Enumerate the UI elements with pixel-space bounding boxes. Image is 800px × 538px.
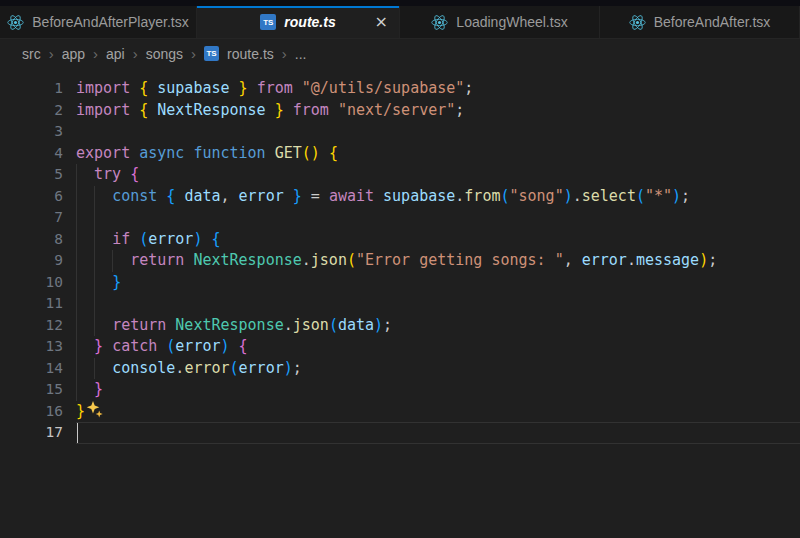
- code-line-content[interactable]: return NextResponse.json("Error getting …: [76, 250, 800, 272]
- breadcrumb-item-src[interactable]: src: [22, 46, 41, 62]
- breadcrumb-item-file[interactable]: route.ts: [227, 46, 274, 62]
- token: [130, 230, 139, 248]
- line-number: 17: [0, 422, 63, 444]
- code-line-5[interactable]: 5 try {: [0, 164, 800, 186]
- code-line-content[interactable]: }: [76, 272, 800, 294]
- indent-guide: [76, 358, 77, 380]
- token: [76, 380, 94, 398]
- token: .: [284, 316, 293, 334]
- code-line-2[interactable]: 2import { NextResponse } from "next/serv…: [0, 100, 800, 122]
- token: json: [293, 316, 329, 334]
- copilot-sparkle-icon[interactable]: [86, 401, 104, 418]
- code-line-1[interactable]: 1import { supabase } from "@/utils/supab…: [0, 78, 800, 100]
- code-line-6[interactable]: 6 const { data, error } = await supabase…: [0, 186, 800, 208]
- chevron-right-icon: ›: [93, 45, 98, 62]
- token: ): [221, 337, 230, 355]
- token: (: [166, 337, 175, 355]
- code-line-content[interactable]: }: [76, 401, 800, 423]
- token: [76, 165, 94, 183]
- indent-guide: [76, 229, 77, 251]
- tab-bar: BeforeAndAfterPlayer.tsxTSroute.ts×Loadi…: [0, 6, 800, 39]
- token: async: [139, 144, 184, 162]
- code-line-content[interactable]: return NextResponse.json(data);: [76, 315, 800, 337]
- token: }: [293, 187, 302, 205]
- code-line-content[interactable]: } catch (error) {: [76, 336, 800, 358]
- token: from: [293, 101, 329, 119]
- token: ;: [464, 79, 473, 97]
- token: NextResponse: [157, 101, 265, 119]
- tab-label: LoadingWheel.tsx: [456, 14, 567, 30]
- close-icon[interactable]: ×: [375, 14, 388, 30]
- code-line-8[interactable]: 8 if (error) {: [0, 229, 800, 251]
- code-line-10[interactable]: 10 }: [0, 272, 800, 294]
- code-line-content[interactable]: export async function GET() {: [76, 143, 800, 165]
- line-number: 15: [0, 379, 63, 401]
- active-tab-indicator: [197, 6, 399, 8]
- indent-guide: [94, 250, 95, 272]
- token: "*": [645, 187, 672, 205]
- token: ;: [293, 359, 302, 377]
- token: }: [239, 79, 248, 97]
- code-line-15[interactable]: 15 }: [0, 379, 800, 401]
- token: ,: [221, 187, 239, 205]
- indent-guide: [76, 186, 77, 208]
- code-line-content[interactable]: [76, 121, 800, 143]
- token: [284, 101, 293, 119]
- code-line-12[interactable]: 12 return NextResponse.json(data);: [0, 315, 800, 337]
- token: }: [94, 337, 103, 355]
- code-line-content[interactable]: import { supabase } from "@/utils/supaba…: [76, 78, 800, 100]
- breadcrumb-item-songs[interactable]: songs: [146, 46, 183, 62]
- token: {: [139, 101, 148, 119]
- line-number: 6: [0, 186, 63, 208]
- code-line-content[interactable]: console.error(error);: [76, 358, 800, 380]
- token: [230, 337, 239, 355]
- line-number: 5: [0, 164, 63, 186]
- token: error: [239, 359, 284, 377]
- tab-loadingwheel-tsx[interactable]: LoadingWheel.tsx: [400, 6, 600, 38]
- token: (: [230, 359, 239, 377]
- code-line-11[interactable]: 11: [0, 293, 800, 315]
- token: {: [211, 230, 220, 248]
- code-line-17[interactable]: 17: [0, 422, 800, 444]
- token: [76, 337, 94, 355]
- code-line-9[interactable]: 9 return NextResponse.json("Error gettin…: [0, 250, 800, 272]
- tab-label: BeforeAndAfter.tsx: [654, 14, 771, 30]
- token: try: [94, 165, 121, 183]
- line-number: 2: [0, 100, 63, 122]
- token: supabase: [157, 79, 229, 97]
- code-line-content[interactable]: }: [76, 379, 800, 401]
- tab-route-ts[interactable]: TSroute.ts×: [197, 6, 400, 38]
- code-line-3[interactable]: 3: [0, 121, 800, 143]
- code-line-content[interactable]: [76, 422, 800, 444]
- code-line-4[interactable]: 4export async function GET() {: [0, 143, 800, 165]
- token: export: [76, 144, 130, 162]
- code-line-content[interactable]: [76, 207, 800, 229]
- line-number: 3: [0, 121, 63, 143]
- token: (: [636, 187, 645, 205]
- indent-guide: [76, 379, 77, 401]
- code-line-content[interactable]: try {: [76, 164, 800, 186]
- breadcrumb-item-api[interactable]: api: [106, 46, 125, 62]
- tab-beforeandafter-tsx[interactable]: BeforeAndAfter.tsx: [600, 6, 800, 38]
- code-line-content[interactable]: [76, 293, 800, 315]
- token: [374, 187, 383, 205]
- token: data: [338, 316, 374, 334]
- code-line-content[interactable]: const { data, error } = await supabase.f…: [76, 186, 800, 208]
- tab-label: route.ts: [284, 14, 335, 30]
- code-line-14[interactable]: 14 console.error(error);: [0, 358, 800, 380]
- code-line-16[interactable]: 16}: [0, 401, 800, 423]
- token: import: [76, 79, 130, 97]
- breadcrumb-item-symbols[interactable]: ...: [295, 46, 307, 62]
- token: await: [329, 187, 374, 205]
- tab-beforeandafterplayer-tsx[interactable]: BeforeAndAfterPlayer.tsx: [0, 6, 197, 38]
- code-editor[interactable]: 1import { supabase } from "@/utils/supab…: [0, 68, 800, 538]
- breadcrumb: src›app›api›songs›TSroute.ts›...: [0, 39, 800, 68]
- token: NextResponse: [193, 251, 301, 269]
- token: ): [374, 316, 383, 334]
- code-line-13[interactable]: 13 } catch (error) {: [0, 336, 800, 358]
- code-line-content[interactable]: import { NextResponse } from "next/serve…: [76, 100, 800, 122]
- code-line-7[interactable]: 7: [0, 207, 800, 229]
- code-line-content[interactable]: if (error) {: [76, 229, 800, 251]
- token: {: [329, 144, 338, 162]
- breadcrumb-item-app[interactable]: app: [62, 46, 85, 62]
